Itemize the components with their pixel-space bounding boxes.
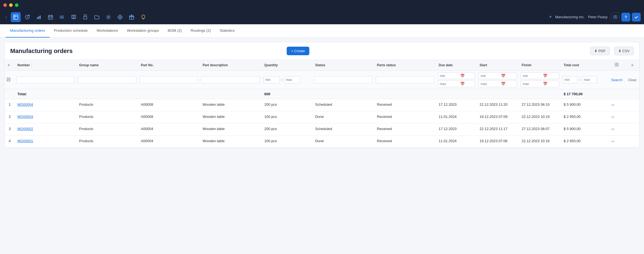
filter-cost-max[interactable] (582, 76, 597, 83)
filter-start[interactable]: 📅 📅 (477, 71, 519, 89)
calendar-finish-max-icon[interactable]: 📅 (543, 82, 547, 86)
filter-cost-min[interactable] (563, 76, 578, 83)
profile-icon[interactable] (611, 13, 620, 22)
subnav-item-routings[interactable]: Routings (2) (186, 24, 215, 38)
filter-cost[interactable]: – (561, 71, 608, 89)
filter-partsstatus-input[interactable] (376, 76, 434, 83)
csv-export-button[interactable]: ⬇ CSV (614, 47, 634, 55)
th-add-col[interactable]: + (5, 60, 15, 71)
filter-finish-max[interactable] (523, 82, 542, 86)
filter-partdesc-input[interactable] (201, 76, 260, 83)
filter-status-input[interactable] (314, 76, 372, 83)
row-cost-1: $ 5 900,00 (561, 99, 608, 111)
filter-start-min-row[interactable]: 📅 (478, 72, 517, 79)
edit-icon-4[interactable]: ✏ (611, 139, 615, 144)
dot-yellow[interactable] (9, 3, 13, 7)
row-start-3: 22.12.2023 11:17 (477, 123, 519, 136)
svg-point-10 (118, 15, 122, 19)
subnav-item-workstations[interactable]: Workstations (92, 24, 123, 38)
filter-partno[interactable] (138, 71, 200, 89)
subnav-item-production-schedule[interactable]: Production schedule (50, 24, 92, 38)
row-partno-1: A00008 (138, 99, 200, 111)
calendar-start-min-icon[interactable]: 📅 (501, 74, 505, 78)
row-quantity-4: 100 pcs (262, 136, 312, 148)
row-num-2: 2 (5, 111, 15, 123)
nav-icon-list[interactable] (57, 12, 67, 22)
row-duedate-3: 17.12.2023 (436, 123, 477, 136)
svg-rect-6 (48, 15, 53, 19)
subnav-item-bom[interactable]: BOM (2) (163, 24, 186, 38)
filter-finish-max-row[interactable]: 📅 (520, 80, 559, 87)
th-add-row[interactable]: + (625, 60, 639, 71)
dot-green[interactable] (15, 3, 18, 7)
edit-icon-2[interactable]: ✏ (611, 115, 615, 120)
filter-quantity-max[interactable] (284, 76, 300, 83)
navbar: ‹ (0, 10, 644, 24)
pdf-export-button[interactable]: ⬇ PDF (590, 47, 610, 55)
nav-icon-calendar[interactable] (46, 12, 55, 22)
filter-finish[interactable]: 📅 📅 (519, 71, 561, 89)
calendar-start-max-icon[interactable]: 📅 (501, 82, 505, 86)
filter-group-input[interactable] (78, 76, 137, 83)
create-button[interactable]: + Create (287, 47, 309, 55)
edit-icon-3[interactable]: ✏ (611, 127, 615, 132)
svg-point-15 (615, 16, 616, 17)
filter-due-min-row[interactable]: 📅 (438, 72, 475, 79)
row-edit-2[interactable]: ✏ (608, 111, 625, 123)
nav-icon-chart[interactable] (34, 12, 44, 22)
row-edit-3[interactable]: ✏ (608, 123, 625, 136)
edit-icon-1[interactable]: ✏ (611, 103, 615, 107)
filter-partsstatus[interactable] (374, 71, 436, 89)
filter-number[interactable] (15, 71, 76, 89)
filter-partno-input[interactable] (140, 76, 198, 83)
filter-duedate[interactable]: 📅 📅 (436, 71, 477, 89)
filter-finish-min[interactable] (523, 74, 542, 78)
calendar-due-min-icon[interactable]: 📅 (460, 74, 465, 78)
save-filter-icon[interactable] (6, 77, 11, 82)
check-icon[interactable] (632, 13, 641, 22)
nav-icon-gift[interactable] (127, 12, 137, 22)
nav-icon-clock[interactable] (22, 12, 32, 22)
nav-icon-layers[interactable] (11, 12, 21, 22)
filter-due-min[interactable] (440, 74, 459, 78)
filter-start-max[interactable] (481, 82, 500, 86)
clear-button[interactable]: Clear (627, 78, 638, 82)
calendar-due-max-icon[interactable]: 📅 (460, 82, 465, 86)
help-icon[interactable]: ? (621, 13, 630, 22)
search-button[interactable]: Search (610, 78, 624, 82)
row-partno-4: A00004 (138, 136, 200, 148)
nav-icon-folder[interactable] (92, 12, 102, 22)
filter-quantity-min[interactable] (263, 76, 280, 83)
filter-search-cell[interactable]: Search (608, 71, 625, 89)
nav-icon-target[interactable] (115, 12, 125, 22)
subnav-item-workstation-groups[interactable]: Workstation groups (123, 24, 163, 38)
calendar-finish-min-icon[interactable]: 📅 (543, 74, 547, 78)
filter-partdesc[interactable] (200, 71, 262, 89)
subnav-item-statistics[interactable]: Statistics (215, 24, 239, 38)
row-group-1: Products (76, 99, 138, 111)
filter-group[interactable] (76, 71, 138, 89)
row-edit-4[interactable]: ✏ (608, 136, 625, 148)
navbar-right: + Manufacturing Inc. Peter Peasy ? (549, 13, 641, 22)
nav-icon-bulb[interactable] (138, 12, 148, 22)
th-grid-icon[interactable] (608, 60, 625, 71)
nav-icon-book[interactable] (69, 12, 79, 22)
filter-due-max-row[interactable]: 📅 (438, 80, 475, 87)
filter-quantity[interactable]: – (262, 71, 312, 89)
sort-icon-number[interactable]: ↓ (31, 64, 33, 67)
subnav-item-manufacturing-orders[interactable]: Manufacturing orders (6, 24, 50, 38)
row-duedate-4: 11.01.2024 (436, 136, 477, 148)
row-edit-1[interactable]: ✏ (608, 99, 625, 111)
filter-start-min[interactable] (481, 74, 500, 78)
back-button[interactable]: ‹ (3, 14, 9, 21)
filter-status[interactable] (312, 71, 374, 89)
dot-red[interactable] (3, 3, 7, 7)
filter-start-max-row[interactable]: 📅 (478, 80, 517, 87)
nav-icon-gear[interactable] (103, 12, 113, 22)
nav-icon-bucket[interactable] (80, 12, 90, 22)
filter-number-input[interactable] (16, 76, 75, 83)
filter-due-max[interactable] (440, 82, 459, 86)
filter-clear-cell[interactable]: Clear (625, 71, 639, 89)
filter-finish-min-row[interactable]: 📅 (520, 72, 559, 79)
add-button[interactable]: + (549, 14, 552, 20)
